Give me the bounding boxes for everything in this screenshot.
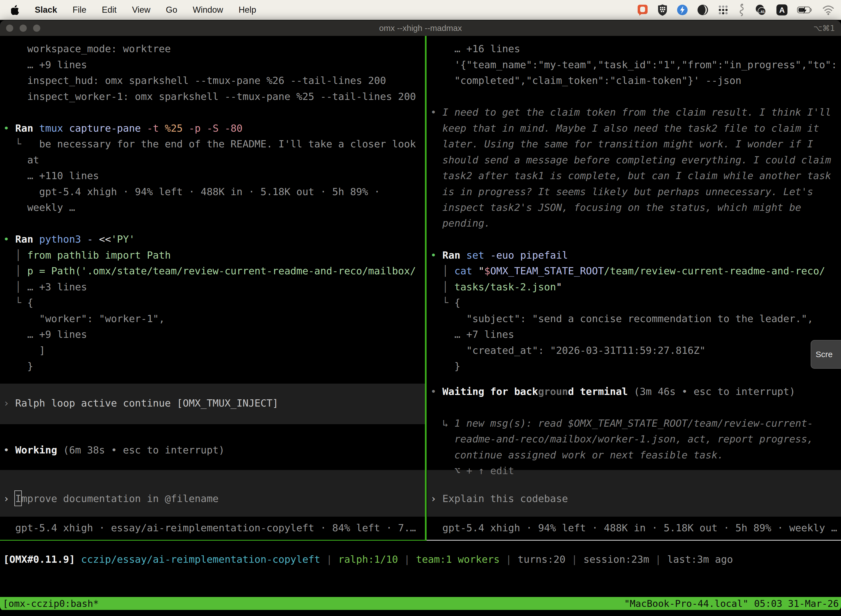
menu-item-window[interactable]: Window: [193, 5, 223, 15]
tmux-session-label: [omx-cczip0:bash*: [0, 598, 99, 609]
terminal-line: workspace_mode: worktree: [3, 41, 171, 57]
terminal-line: … +7 lines: [431, 327, 514, 342]
moon-circle-icon[interactable]: [697, 4, 709, 16]
timer-badge-icon[interactable]: ..61: [755, 4, 767, 16]
terminal-line: is in progress? It seems likely but perh…: [431, 184, 813, 199]
screen-tooltip-label: Scre: [816, 350, 833, 359]
timer-badge-count: ..61: [759, 10, 765, 14]
terminal-line: │ p = Path('.omx/state/team/review-curre…: [3, 263, 416, 279]
window-title: omx --xhigh --madmax: [379, 23, 462, 33]
traffic-light-minimize[interactable]: [20, 25, 27, 32]
terminal-line: │ tasks/task-2.json": [431, 279, 562, 295]
menu-item-view[interactable]: View: [132, 5, 150, 15]
traffic-light-close[interactable]: [6, 25, 13, 32]
pane-divider[interactable]: [425, 36, 426, 541]
terminal-line: … +9 lines: [3, 327, 87, 342]
terminal-line: … +9 lines: [3, 57, 87, 73]
terminal-line: }: [3, 358, 33, 374]
reasoning-text: • I need to get the claim token from the…: [431, 104, 831, 120]
terminal-window: omx --xhigh --madmax ⌥⌘1 workspace_mode:…: [0, 21, 841, 611]
model-status: gpt-5.4 xhigh · essay/ai-reimplementatio…: [3, 520, 416, 536]
right-pane[interactable]: Scre … +16 lines '{"team_name":"my-team"…: [427, 36, 841, 541]
working-status: • Working (6m 38s • esc to interrupt): [3, 442, 224, 458]
pane-border-active: [0, 540, 426, 541]
terminal-line: "subject": "send a concise recommendatio…: [431, 311, 813, 327]
battery-icon[interactable]: [797, 4, 813, 16]
edit-hint: ⌥ + ↑ edit: [431, 463, 514, 478]
traffic-light-zoom[interactable]: [33, 25, 40, 32]
wifi-icon[interactable]: [822, 4, 835, 16]
terminal-line: └ {: [431, 295, 460, 311]
terminal-line: │ cat "$OMX_TEAM_STATE_ROOT/team/review-…: [431, 263, 825, 279]
ralph-status: › Ralph loop active continue [OMX_TMUX_I…: [3, 395, 278, 411]
terminal-line: "worker": "worker-1",: [3, 311, 165, 327]
ran-command-tmux: • Ran tmux capture-pane -t %25 -p -S -80: [3, 120, 243, 136]
apple-logo: [11, 5, 19, 15]
prompt-input[interactable]: › Explain this codebase: [431, 491, 568, 506]
terminal-line: continue assigned work or next feasible …: [431, 447, 724, 463]
terminal-line: keep that in mind. Maybe I also need the…: [431, 120, 819, 136]
terminal-line: │ from pathlib import Path: [3, 247, 171, 263]
bolt-circle-icon[interactable]: [677, 4, 688, 16]
window-title-bar[interactable]: omx --xhigh --madmax ⌥⌘1: [0, 21, 841, 36]
dots-grid-icon[interactable]: [717, 4, 729, 16]
tmux-host-clock-label: "MacBook-Pro-44.local" 05:03 31-Mar-26: [624, 598, 841, 609]
menu-item-file[interactable]: File: [73, 5, 86, 15]
menu-item-help[interactable]: Help: [239, 5, 256, 15]
hook-icon[interactable]: [738, 4, 746, 16]
terminal-line: ↳ 1 new msg(s): read $OMX_TEAM_STATE_ROO…: [431, 415, 813, 431]
screen-tooltip: Scre: [811, 340, 841, 369]
terminal-line: '{"team_name":"my-team","task_id":"1","f…: [431, 57, 837, 73]
shield-icon[interactable]: [657, 4, 668, 16]
assistant-a-letter: A: [779, 6, 785, 14]
menu-item-edit[interactable]: Edit: [102, 5, 116, 15]
terminal-line: … +110 lines: [3, 168, 99, 183]
apple-menu[interactable]: [11, 5, 19, 15]
terminal-line: inspect task2's JSON, focusing on the st…: [431, 199, 801, 215]
menu-bar: Slack File Edit View Go Window Help: [0, 0, 841, 20]
terminal-line: "created_at": "2026-03-31T11:59:27.816Z": [431, 343, 706, 358]
ran-command-python: • Ran python3 - <<'PY': [3, 231, 135, 247]
terminal-line: readme-and-reco/mailbox/worker-1.json, a…: [431, 431, 813, 447]
terminal-line: … +16 lines: [431, 41, 520, 57]
omx-status-line: [OMX#0.11.9] cczip/essay/ai-reimplementa…: [3, 551, 733, 567]
terminal-line: "completed","claim_token":"claim-token"}…: [431, 73, 741, 88]
terminal-line: └ {: [3, 295, 33, 311]
assistant-a-icon[interactable]: A: [776, 4, 788, 16]
terminal-line: at: [3, 152, 39, 168]
terminal-line: }: [431, 358, 460, 374]
terminal-line: ]: [3, 343, 45, 358]
left-pane[interactable]: workspace_mode: worktree … +9 lines insp…: [0, 36, 425, 541]
terminal-line: later. Using the same for transition mig…: [431, 136, 813, 152]
chat-bubble-icon[interactable]: [637, 4, 648, 16]
window-shortcut: ⌥⌘1: [813, 24, 835, 33]
terminal-line: │ … +3 lines: [3, 279, 87, 295]
menu-item-go[interactable]: Go: [166, 5, 177, 15]
pane-border-inactive: [426, 540, 841, 541]
terminal: workspace_mode: worktree … +9 lines insp…: [0, 36, 841, 611]
terminal-line: inspect_worker-1: omx sparkshell --tmux-…: [3, 89, 416, 104]
model-status: gpt-5.4 xhigh · 94% left · 488K in · 5.1…: [431, 520, 837, 536]
terminal-line: should send a message before completing …: [431, 152, 831, 168]
tmux-status-bar: [omx-cczip0:bash* "MacBook-Pro-44.local"…: [0, 597, 841, 610]
terminal-line: gpt-5.4 xhigh · 94% left · 488K in · 5.1…: [3, 184, 380, 199]
app-menu-slack[interactable]: Slack: [35, 5, 57, 15]
terminal-line: inspect_hud: omx sparkshell --tmux-pane …: [3, 73, 386, 88]
prompt-input[interactable]: › Improve documentation in @filename: [3, 491, 218, 506]
ran-command-set: • Ran set -euo pipefail: [431, 247, 568, 263]
terminal-line: └ be necessary for the end of the README…: [3, 136, 416, 152]
terminal-line: pending.: [431, 215, 490, 231]
waiting-status: • Waiting for background terminal (3m 46…: [431, 384, 795, 399]
terminal-line: task2 after task1 is complete, but can I…: [431, 168, 831, 183]
terminal-line: weekly …: [3, 199, 75, 215]
